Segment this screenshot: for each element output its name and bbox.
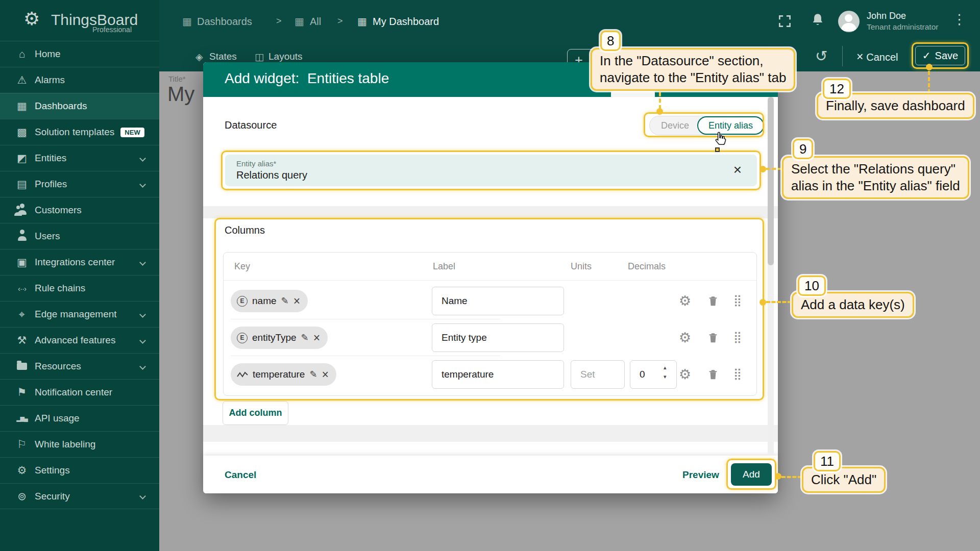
advanced-features-icon: ⚒: [13, 334, 31, 346]
callout-8-dot: [656, 108, 663, 115]
sidebar-item-alarms[interactable]: ⚠Alarms: [0, 67, 159, 93]
sidebar-item-security[interactable]: ⊚Security: [0, 483, 159, 509]
sidebar-item-profiles[interactable]: ▤Profiles: [0, 171, 159, 197]
sidebar-item-label: Solution templates: [35, 127, 114, 138]
screen: ▦ Dashboards > ▦ All > ▦ My Dashboard Jo…: [0, 0, 980, 551]
thingsboard-logo-icon: ⚙: [23, 8, 46, 31]
sidebar-item-label: Users: [35, 231, 60, 242]
chevron-down-icon: [139, 181, 146, 188]
callout-11: Click "Add": [802, 467, 886, 493]
add-button-highlight: [726, 459, 776, 490]
callout-8: In the "Datasource" section, navigate to…: [591, 48, 795, 91]
notifications-bell-icon[interactable]: [811, 13, 825, 28]
alarms-icon: ⚠: [13, 74, 31, 86]
sidebar-item-customers[interactable]: Customers: [0, 197, 159, 223]
callout-text: Select the "Relations query": [791, 161, 960, 178]
add-column-label: Add column: [229, 408, 282, 418]
home-icon: ⌂: [13, 48, 31, 60]
callout-11-dot: [775, 473, 781, 480]
dialog-scrollbar-thumb[interactable]: [768, 97, 774, 265]
cancel-edit-button[interactable]: × Cancel: [856, 50, 898, 64]
callout-10-dot: [760, 299, 766, 306]
dialog-preview-button[interactable]: Preview: [682, 469, 719, 481]
sidebar-item-label: Rule chains: [35, 283, 85, 294]
sidebar-item-rule-chains[interactable]: ‹··›Rule chains: [0, 275, 159, 301]
sidebar-item-label: White labeling: [35, 439, 95, 450]
chevron-down-icon: [139, 337, 146, 344]
api-usage-icon: ▂▆▄: [13, 415, 31, 422]
dialog-cancel-button[interactable]: Cancel: [225, 469, 256, 481]
sidebar-item-resources[interactable]: Resources: [0, 353, 159, 379]
sidebar-item-label: Advanced features: [35, 335, 115, 346]
sidebar-item-label: Entities: [35, 153, 66, 164]
next-section-card: [203, 442, 778, 456]
callout-11-number: 11: [814, 451, 841, 471]
dialog-title-prefix: Add widget:: [225, 70, 299, 86]
sidebar-item-advanced-features[interactable]: ⚒Advanced features: [0, 327, 159, 353]
new-badge: NEW: [120, 128, 144, 137]
breadcrumb-separator: >: [337, 16, 343, 27]
dashboards-grid-icon: ▦: [182, 15, 192, 28]
tab-states[interactable]: States: [209, 51, 237, 62]
white-labeling-icon: ⚐: [13, 438, 31, 450]
entities-icon: ◩: [13, 152, 31, 164]
sidebar-item-label: Integrations center: [35, 257, 115, 268]
sidebar-item-api-usage[interactable]: ▂▆▄API usage: [0, 405, 159, 431]
sidebar-item-dashboards[interactable]: ▦Dashboards: [0, 93, 159, 119]
click-indicator: [715, 147, 720, 152]
sidebar-item-label: Security: [35, 491, 70, 502]
sidebar-item-label: Alarms: [35, 74, 65, 86]
users-icon: [13, 230, 31, 243]
integrations-icon: ▣: [13, 256, 31, 268]
security-icon: ⊚: [13, 490, 31, 503]
sidebar-item-label: Home: [35, 48, 61, 60]
callout-9-dot: [760, 166, 766, 172]
dialog-title: Add widget: Entities table: [225, 70, 389, 87]
solution-templates-icon: ▩: [13, 126, 31, 138]
sidebar-item-label: Customers: [35, 205, 82, 216]
history-undo-icon[interactable]: ↺: [815, 47, 827, 65]
callout-text: navigate to the "Entity alias" tab: [600, 69, 786, 86]
user-avatar[interactable]: [838, 11, 860, 32]
callout-9-number: 9: [793, 139, 813, 159]
breadcrumb-all[interactable]: All: [310, 16, 321, 28]
sidebar-item-entities[interactable]: ◩Entities: [0, 145, 159, 171]
profiles-icon: ▤: [13, 178, 31, 190]
sidebar-item-users[interactable]: Users: [0, 223, 159, 249]
fullscreen-icon[interactable]: [778, 14, 792, 28]
callout-9-connector: [766, 168, 782, 170]
sidebar-item-label: Dashboards: [35, 101, 87, 112]
toolbar-divider: [842, 46, 843, 66]
callout-text: Click "Add": [811, 471, 876, 488]
breadcrumb-dashboards[interactable]: Dashboards: [197, 16, 252, 28]
mouse-cursor-hand: [714, 131, 727, 147]
chevron-down-icon: [139, 155, 146, 162]
tab-layouts[interactable]: Layouts: [268, 51, 303, 62]
sidebar-item-integrations-center[interactable]: ▣Integrations center: [0, 249, 159, 275]
sidebar-item-home[interactable]: ⌂Home: [0, 41, 159, 67]
callout-8-number: 8: [600, 31, 621, 51]
sidebar: ⚙ ThingsBoard Professional ⌂Home ⚠Alarms…: [0, 0, 159, 551]
my-dashboard-grid-icon: ▦: [357, 15, 367, 28]
callout-text: Finally, save dashboard: [826, 97, 965, 114]
sidebar-item-notification-center[interactable]: ⚑Notification center: [0, 379, 159, 405]
more-menu-icon[interactable]: ⋮: [952, 11, 966, 28]
sidebar-item-label: Profiles: [35, 179, 67, 190]
columns-section-highlight: [214, 218, 764, 400]
sidebar-item-settings[interactable]: ⚙Settings: [0, 457, 159, 483]
sidebar-item-label: Edge management: [35, 309, 117, 320]
edge-management-icon: ⌖: [13, 308, 31, 320]
dashboard-title-value: My: [167, 83, 203, 106]
sidebar-item-label: Resources: [35, 361, 81, 372]
chevron-down-icon: [139, 493, 146, 499]
sidebar-item-solution-templates[interactable]: ▩Solution templatesNEW: [0, 119, 159, 145]
breadcrumb-separator: >: [276, 16, 282, 27]
sidebar-item-label: API usage: [35, 413, 80, 424]
callout-10-connector: [766, 301, 792, 303]
add-column-button[interactable]: Add column: [223, 401, 288, 425]
resources-icon: [13, 360, 31, 372]
sidebar-item-white-labeling[interactable]: ⚐White labeling: [0, 431, 159, 457]
sidebar-item-edge-management[interactable]: ⌖Edge management: [0, 301, 159, 327]
all-grid-icon: ▦: [295, 15, 304, 28]
callout-12-number: 12: [823, 79, 851, 99]
